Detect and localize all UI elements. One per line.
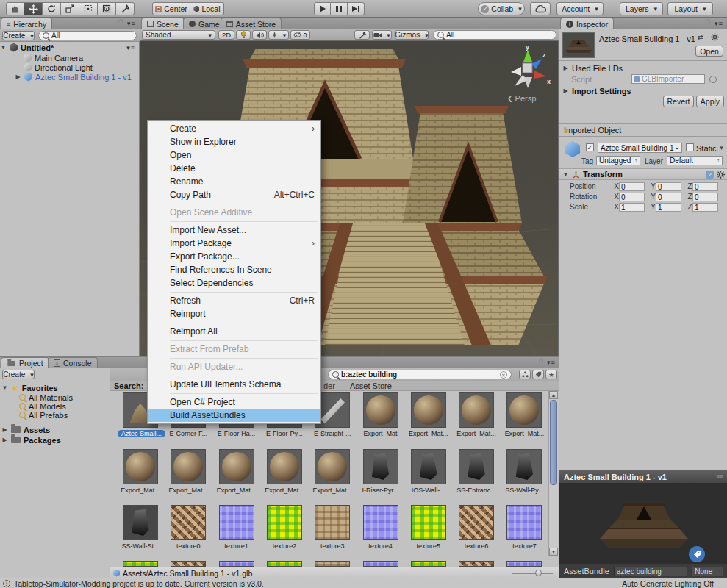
- grid-item-ios-wall-1-6[interactable]: IOS-Wall-...: [406, 449, 451, 494]
- effects-dropdown[interactable]: [268, 30, 289, 40]
- hierarchy-pane-menu-icon[interactable]: ▾≡: [127, 20, 136, 27]
- import-settings-foldout[interactable]: ▶ Import Settings: [562, 86, 724, 96]
- script-object-field[interactable]: GLBImporter: [631, 74, 705, 84]
- scene-row-menu-icon[interactable]: ▾≡: [126, 44, 135, 51]
- grid-item-texture2-2-3[interactable]: texture2: [262, 505, 307, 550]
- inspector-pane-menu-icon[interactable]: ▾≡: [715, 20, 723, 27]
- expander-arrow-icon[interactable]: ▶: [1, 437, 8, 443]
- project-create-button[interactable]: Create: [2, 370, 35, 379]
- projection-toggle[interactable]: ❮ Persp: [507, 94, 536, 103]
- scene-visibility-button[interactable]: 0: [290, 30, 310, 40]
- tab-game[interactable]: Game: [183, 18, 226, 29]
- tag-dropdown[interactable]: Untagged: [596, 156, 640, 165]
- menu-item-reimport-all[interactable]: Reimport All: [148, 325, 320, 338]
- folder-item-packages[interactable]: ▶Packages: [1, 435, 109, 445]
- grid-item-export-mat-0-7[interactable]: Export_Mat...: [454, 392, 499, 437]
- asset-thumbnail-partial[interactable]: [315, 561, 350, 567]
- scene-search-field[interactable]: All: [433, 30, 556, 40]
- menu-item-open-c-project[interactable]: Open C# Project: [148, 395, 320, 409]
- layer-dropdown[interactable]: Default: [667, 156, 723, 165]
- grid-item-export-mat-1-4[interactable]: Export_Mat...: [309, 449, 355, 494]
- thumbnail-size-slider[interactable]: [512, 570, 553, 577]
- tab-scene[interactable]: Scene: [141, 18, 185, 29]
- project-search-field[interactable]: b:aztec building ✕: [328, 370, 512, 379]
- transform-rotation-z-field[interactable]: 0: [692, 193, 718, 201]
- expander-arrow-icon[interactable]: ▶: [15, 74, 21, 80]
- menu-item-create[interactable]: Create›: [148, 122, 320, 135]
- gear-icon[interactable]: [711, 33, 719, 41]
- grid-item-ss-wall-py-1-8[interactable]: SS-Wall-Py...: [501, 449, 547, 494]
- asset-thumbnail-partial[interactable]: [123, 561, 158, 567]
- grid-item-export-mat-1-2[interactable]: Export_Mat...: [214, 449, 259, 494]
- grid-item-export-mat-0-8[interactable]: Export_Mat...: [501, 392, 547, 437]
- grid-item-texture1-2-2[interactable]: texture1: [214, 505, 259, 550]
- scrollbar-thumb[interactable]: [550, 400, 557, 485]
- overrides-icon[interactable]: ⇄: [698, 34, 704, 41]
- grid-item-texture0-2-1[interactable]: texture0: [165, 505, 211, 550]
- asset-thumbnail-partial[interactable]: [363, 561, 398, 567]
- rotate-tool-button[interactable]: [43, 2, 61, 15]
- search-by-type-button[interactable]: [519, 370, 531, 379]
- hierarchy-search-field[interactable]: All: [38, 31, 137, 40]
- asset-thumbnail[interactable]: [411, 392, 446, 428]
- menu-item-copy-path[interactable]: Copy PathAlt+Ctrl+C: [148, 188, 320, 201]
- grid-item-texture6-2-7[interactable]: texture6: [454, 505, 499, 550]
- asset-thumbnail[interactable]: [506, 449, 542, 484]
- asset-thumbnail[interactable]: [363, 449, 398, 484]
- foldout-arrow-icon[interactable]: ▼: [1, 384, 8, 391]
- preview-viewport[interactable]: [559, 483, 727, 564]
- lighting-toggle-button[interactable]: [236, 30, 251, 40]
- asset-thumbnail-partial[interactable]: [219, 561, 254, 567]
- asset-thumbnail[interactable]: [267, 449, 302, 484]
- static-dropdown-icon[interactable]: ▼: [718, 145, 725, 151]
- inspector-tab[interactable]: i Inspector: [560, 18, 614, 29]
- grid-item-export-mat-1-3[interactable]: Export_Mat...: [262, 449, 307, 494]
- asset-thumbnail[interactable]: [123, 449, 158, 484]
- hand-tool-button[interactable]: [6, 2, 24, 15]
- transform-rotation-y-field[interactable]: 0: [656, 193, 681, 201]
- grid-item-texture5-2-6[interactable]: texture5: [406, 505, 451, 550]
- transform-tool-button[interactable]: [98, 2, 116, 15]
- menu-item-find-references-in-scene[interactable]: Find References In Scene: [148, 263, 320, 276]
- grid-item-texture4-2-5[interactable]: texture4: [358, 505, 404, 550]
- asset-thumbnail[interactable]: [506, 392, 542, 428]
- layout-dropdown[interactable]: Layout: [667, 2, 713, 15]
- revert-button[interactable]: Revert: [663, 96, 694, 107]
- asset-thumbnail[interactable]: [411, 505, 446, 540]
- open-button[interactable]: Open: [695, 46, 723, 57]
- status-message[interactable]: Tabletop-Simulator-Modding project is up…: [14, 579, 264, 588]
- grid-item-export-mat-1-0[interactable]: Export_Mat...: [118, 449, 163, 494]
- transform-position-z-field[interactable]: 0: [692, 182, 718, 191]
- grid-item-ss-entranc-1-7[interactable]: SS-Entranc...: [454, 449, 499, 494]
- object-picker-icon[interactable]: [709, 76, 717, 83]
- foldout-arrow-icon[interactable]: ▼: [0, 44, 7, 51]
- search-scope-tab-clipped[interactable]: der: [323, 381, 335, 390]
- audio-toggle-button[interactable]: [252, 30, 267, 40]
- gear-icon[interactable]: [717, 171, 725, 179]
- asset-thumbnail[interactable]: [219, 505, 254, 540]
- asset-thumbnail-partial[interactable]: [411, 561, 446, 567]
- project-tab[interactable]: Project: [1, 357, 49, 368]
- space-toggle-button[interactable]: Local: [190, 2, 224, 15]
- asset-thumbnail-partial[interactable]: [267, 561, 302, 567]
- menu-item-import-new-asset[interactable]: Import New Asset...: [148, 223, 320, 237]
- transform-scale-z-field[interactable]: 1: [692, 203, 718, 212]
- object-name-field[interactable]: Aztec Small Building 1 -: [598, 143, 682, 153]
- gizmo-x-axis[interactable]: [534, 71, 546, 79]
- gizmos-dropdown[interactable]: Gizmos: [395, 30, 429, 40]
- scroll-up-arrow[interactable]: ▲: [549, 391, 558, 399]
- menu-item-update-uielements-schema[interactable]: Update UIElements Schema: [148, 378, 320, 391]
- transform-header[interactable]: ▼ Transform ?: [559, 168, 727, 180]
- scene-tools-button[interactable]: [354, 30, 370, 40]
- orientation-gizmo[interactable]: y z x: [504, 44, 552, 93]
- search-by-label-button[interactable]: [532, 370, 544, 379]
- menu-item-refresh[interactable]: RefreshCtrl+R: [148, 294, 320, 307]
- scene-root-row[interactable]: ▼ Untitled* ▾≡: [0, 43, 140, 52]
- asset-thumbnail[interactable]: [315, 449, 350, 484]
- step-button[interactable]: [348, 2, 365, 15]
- asset-thumbnail[interactable]: [459, 505, 494, 540]
- favorites-row[interactable]: ▼ ★ Favorites: [1, 383, 109, 392]
- move-tool-button[interactable]: [24, 2, 43, 15]
- transform-scale-x-field[interactable]: 1: [619, 203, 645, 212]
- asset-thumbnail-partial[interactable]: [171, 561, 206, 567]
